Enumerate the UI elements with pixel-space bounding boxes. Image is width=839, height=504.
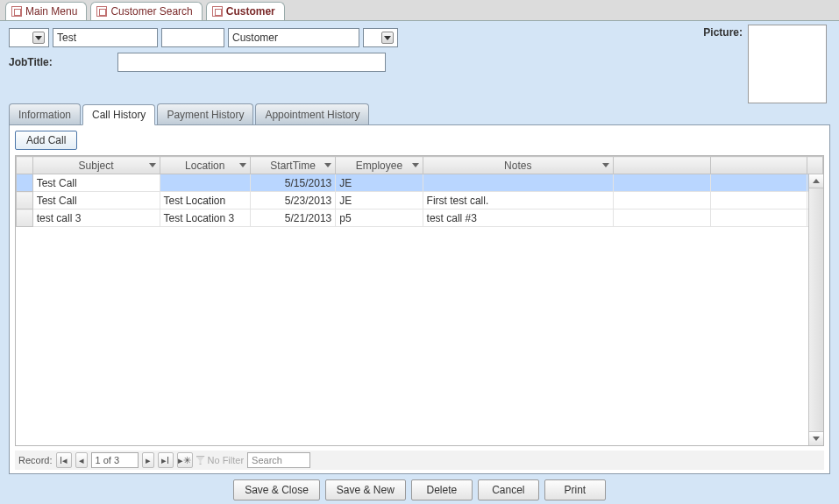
first-name-input[interactable]: Test: [53, 28, 158, 47]
search-input[interactable]: Search: [247, 452, 310, 468]
tab-main-menu[interactable]: Main Menu: [5, 2, 87, 20]
tab-customer[interactable]: Customer: [206, 2, 285, 20]
form-icon: [11, 6, 22, 17]
col-extra-header[interactable]: [613, 157, 710, 174]
table-row[interactable]: Test Call 5/15/2013 JE: [17, 174, 823, 192]
footer-buttons-row: Save & Close Save & New Delete Cancel Pr…: [9, 479, 830, 500]
col-employee-header[interactable]: Employee: [336, 157, 423, 174]
picture-label: Picture:: [703, 26, 743, 39]
row-selector[interactable]: [17, 174, 33, 192]
col-label: Employee: [356, 160, 402, 172]
tab-label: Customer Search: [110, 5, 192, 18]
last-name-input[interactable]: Customer: [228, 28, 359, 47]
tab-label: Main Menu: [25, 5, 77, 18]
cell-subject[interactable]: test call 3: [32, 209, 160, 227]
chevron-down-icon: [32, 32, 45, 44]
table-row[interactable]: test call 3 Test Location 3 5/21/2013 p5…: [17, 209, 823, 227]
new-record-button[interactable]: ▸✳: [177, 452, 193, 468]
cell-starttime[interactable]: 5/23/2013: [250, 192, 335, 209]
first-record-button[interactable]: I◂: [56, 452, 72, 468]
cell-employee[interactable]: p5: [336, 209, 423, 227]
button-label: Print: [565, 484, 587, 496]
record-position-value: 1 of 3: [96, 455, 120, 465]
form-detail-area: Test Customer JobTitle: Picture: Informa…: [0, 20, 839, 504]
button-label: Cancel: [492, 484, 524, 496]
delete-button[interactable]: Delete: [411, 479, 473, 500]
tab-appointment-history[interactable]: Appointment History: [255, 103, 369, 124]
form-icon: [96, 6, 107, 17]
col-label: StartTime: [270, 160, 316, 172]
form-icon: [212, 6, 223, 17]
scroll-up-button[interactable]: [809, 174, 823, 188]
chevron-down-icon: [410, 160, 421, 170]
cell-extra[interactable]: [613, 192, 710, 209]
prefix-combo[interactable]: [9, 28, 49, 47]
cell-extra[interactable]: [613, 209, 710, 227]
cancel-button[interactable]: Cancel: [478, 479, 539, 500]
tab-customer-search[interactable]: Customer Search: [90, 2, 202, 20]
call-history-panel: Add Call Subject Location StartTime Empl…: [9, 125, 830, 474]
window-tabs-bar: Main Menu Customer Search Customer: [0, 0, 839, 20]
select-all-header[interactable]: [17, 157, 33, 174]
col-location-header[interactable]: Location: [160, 157, 250, 174]
record-navigator: Record: I◂ ◂ 1 of 3 ▸ ▸I ▸✳ No Filter Se…: [15, 451, 824, 470]
middle-name-input[interactable]: [161, 28, 224, 47]
cell-location[interactable]: Test Location 3: [160, 209, 250, 227]
button-label: Save & New: [337, 484, 395, 496]
print-button[interactable]: Print: [544, 479, 606, 500]
cell-employee[interactable]: JE: [336, 192, 423, 209]
col-notes-header[interactable]: Notes: [423, 157, 613, 174]
chevron-down-icon: [601, 160, 611, 170]
cell-extra[interactable]: [710, 174, 807, 192]
cell-subject[interactable]: Test Call: [32, 192, 160, 209]
suffix-combo[interactable]: [363, 28, 398, 47]
cell-employee[interactable]: JE: [336, 174, 423, 192]
chevron-down-icon: [381, 32, 394, 44]
prev-record-button[interactable]: ◂: [75, 452, 88, 468]
filter-indicator[interactable]: No Filter: [196, 455, 245, 465]
chevron-down-icon: [323, 160, 333, 170]
cell-notes[interactable]: First test call.: [423, 192, 613, 209]
vertical-scrollbar[interactable]: [808, 174, 823, 445]
cell-extra[interactable]: [613, 174, 710, 192]
row-selector[interactable]: [17, 209, 33, 227]
record-label: Record:: [18, 455, 53, 465]
tab-payment-history[interactable]: Payment History: [157, 103, 253, 124]
search-placeholder: Search: [252, 455, 282, 465]
next-record-button[interactable]: ▸: [142, 452, 154, 468]
cell-subject[interactable]: Test Call: [32, 174, 160, 192]
job-title-label: JobTitle:: [9, 56, 114, 68]
cell-starttime[interactable]: 5/15/2013: [250, 174, 335, 192]
col-subject-header[interactable]: Subject: [32, 157, 160, 174]
table-row[interactable]: Test Call Test Location 5/23/2013 JE Fir…: [17, 192, 823, 209]
save-new-button[interactable]: Save & New: [325, 479, 406, 500]
cell-extra[interactable]: [710, 192, 807, 209]
last-record-button[interactable]: ▸I: [158, 452, 174, 468]
save-close-button[interactable]: Save & Close: [233, 479, 320, 500]
job-title-input[interactable]: [117, 53, 386, 72]
cell-starttime[interactable]: 5/21/2013: [250, 209, 335, 227]
add-call-button[interactable]: Add Call: [15, 131, 77, 150]
subform-tabstrip: Information Call History Payment History…: [9, 103, 830, 125]
tab-label: Information: [18, 109, 71, 121]
col-starttime-header[interactable]: StartTime: [250, 157, 335, 174]
record-position-input[interactable]: 1 of 3: [91, 452, 139, 468]
chevron-down-icon: [238, 160, 248, 170]
tab-label: Payment History: [167, 109, 244, 121]
cell-extra[interactable]: [710, 209, 807, 227]
tab-call-history[interactable]: Call History: [82, 104, 155, 125]
call-grid-table: Subject Location StartTime Employee Note…: [16, 156, 823, 227]
cell-notes[interactable]: [423, 174, 613, 192]
scroll-down-button[interactable]: [809, 431, 823, 445]
tab-information[interactable]: Information: [9, 103, 81, 124]
row-selector[interactable]: [17, 192, 33, 209]
picture-box[interactable]: [748, 25, 827, 103]
cell-notes[interactable]: test call #3: [423, 209, 613, 227]
col-label: Location: [185, 160, 224, 172]
cell-location[interactable]: [160, 174, 250, 192]
cell-location[interactable]: Test Location: [160, 192, 250, 209]
col-label: Notes: [504, 160, 531, 172]
col-extra-header[interactable]: [710, 157, 807, 174]
tab-label: Customer: [226, 5, 275, 18]
tab-label: Appointment History: [265, 109, 359, 121]
